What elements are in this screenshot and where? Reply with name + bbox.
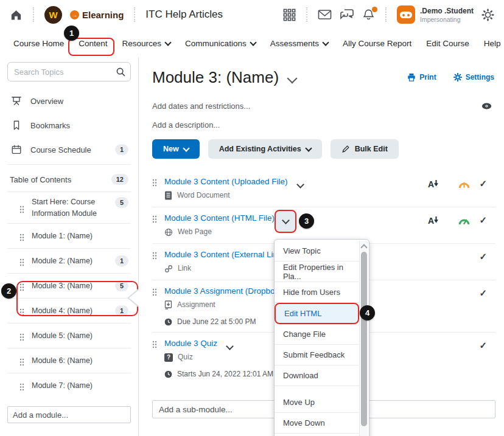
menu-move-down[interactable]: Move Down xyxy=(275,413,359,434)
nav-assessments[interactable]: Assessments xyxy=(270,39,328,48)
assignment-dropbox-icon xyxy=(164,300,172,310)
search-icon[interactable] xyxy=(116,67,125,77)
sidebar-module-2[interactable]: Module 2: (Name) 1 xyxy=(7,248,131,273)
content-item-uploaded-file: Module 3 Content (Uploaded File) Word Do… xyxy=(152,171,495,207)
drag-handle-icon[interactable] xyxy=(19,258,24,266)
divider xyxy=(7,164,131,165)
drag-handle-icon[interactable] xyxy=(19,358,24,366)
drag-handle-icon[interactable] xyxy=(152,215,157,223)
sidebar-table-of-contents[interactable]: Table of Contents 12 xyxy=(7,167,131,192)
menu-view-topic[interactable]: View Topic xyxy=(275,241,359,261)
user-menu[interactable]: .Demo .Student Impersonating xyxy=(397,5,474,24)
menu-change-file[interactable]: Change File xyxy=(275,324,359,345)
drag-handle-icon[interactable] xyxy=(152,179,157,187)
completion-check-icon: ✓ xyxy=(479,178,487,189)
email-icon[interactable] xyxy=(318,9,332,20)
drag-handle-icon[interactable] xyxy=(19,283,24,291)
bulk-edit-button[interactable]: Bulk Edit xyxy=(331,139,399,159)
item-type: Web Page xyxy=(178,227,212,237)
due-date: Due June 22 at 5:00 PM xyxy=(177,317,256,326)
nav-content[interactable]: Content xyxy=(79,39,107,48)
home-icon[interactable] xyxy=(10,9,23,21)
sidebar-item-course-schedule[interactable]: Course Schedule 1 xyxy=(7,137,131,162)
institution-logo[interactable]: W xyxy=(44,6,62,24)
menu-download[interactable]: Download xyxy=(275,365,359,386)
chat-icon[interactable] xyxy=(340,9,354,21)
nav-edit-course[interactable]: Edit Course xyxy=(426,39,469,48)
drag-handle-icon[interactable] xyxy=(152,341,157,348)
clock-icon xyxy=(164,318,172,326)
item-title-link[interactable]: Module 3 Quiz xyxy=(164,337,217,350)
divider xyxy=(306,7,307,22)
annotation-step-3: 3 xyxy=(299,213,314,229)
sidebar-module-start-here[interactable]: Start Here: Course Information Module 5 xyxy=(7,192,131,223)
search-topics xyxy=(7,62,131,81)
ally-alternative-formats-icon[interactable]: A xyxy=(428,216,438,226)
selected-module-pointer xyxy=(129,289,139,306)
sidebar-module-5[interactable]: Module 5: (Name) xyxy=(7,323,131,348)
add-description-link[interactable]: Add a description... xyxy=(152,120,495,130)
nav-help[interactable]: Help xyxy=(484,39,501,48)
drag-handle-icon[interactable] xyxy=(19,234,24,241)
item-title-link[interactable]: Module 3 Assignment (Dropbox) xyxy=(164,285,282,297)
drag-handle-icon[interactable] xyxy=(19,333,24,341)
sidebar-module-7[interactable]: Module 7: (Name) xyxy=(7,373,131,398)
chevron-down-icon xyxy=(164,39,171,46)
add-existing-activities-button[interactable]: Add Existing Activities xyxy=(208,139,322,159)
brand-label: Elearning xyxy=(82,10,124,20)
sidebar-item-bookmarks[interactable]: Bookmarks xyxy=(7,113,131,137)
settings-button[interactable]: Settings xyxy=(453,73,494,81)
menu-move-up[interactable]: Move Up xyxy=(275,392,359,413)
annotation-step-2: 2 xyxy=(1,283,16,299)
completion-check-icon: ✓ xyxy=(479,215,487,226)
notifications-bell-icon[interactable] xyxy=(362,9,375,21)
new-button[interactable]: New xyxy=(152,139,200,159)
sidebar-module-4[interactable]: Module 4: (Name) 1 xyxy=(7,298,131,323)
visibility-eye-icon[interactable] xyxy=(481,103,492,109)
menu-scrollbar[interactable] xyxy=(359,241,368,436)
chevron-down-icon xyxy=(322,39,329,46)
item-title-link[interactable]: Module 3 Content (External Link) xyxy=(164,249,284,261)
menu-edit-html[interactable]: Edit HTML xyxy=(275,303,359,324)
gear-icon[interactable] xyxy=(481,9,494,21)
brand-link[interactable]: → Elearning xyxy=(70,10,124,20)
item-actions-dropdown-button[interactable] xyxy=(275,210,296,233)
item-title-link[interactable]: Module 3 Content (Uploaded File) xyxy=(164,176,288,188)
scrollbar-thumb[interactable] xyxy=(361,252,367,426)
drag-handle-icon[interactable] xyxy=(19,308,24,316)
count-badge: 1 xyxy=(115,305,128,316)
menu-hide-from-users[interactable]: Hide from Users xyxy=(275,282,359,303)
scroll-up-icon[interactable] xyxy=(360,244,367,251)
nav-ally-course-report[interactable]: Ally Course Report xyxy=(343,39,411,48)
sidebar-item-overview[interactable]: Overview xyxy=(7,89,131,113)
user-status: Impersonating xyxy=(420,16,474,23)
drag-handle-icon[interactable] xyxy=(19,383,24,391)
sidebar-module-1[interactable]: Module 1: (Name) xyxy=(7,223,131,248)
waffle-grid-icon[interactable] xyxy=(283,9,296,21)
chevron-down-icon xyxy=(282,216,290,224)
item-title-link[interactable]: Module 3 Content (HTML File) xyxy=(164,212,275,224)
add-module-input[interactable] xyxy=(7,406,131,423)
add-dates-link[interactable]: Add dates and restrictions... xyxy=(152,102,250,111)
drag-handle-icon[interactable] xyxy=(19,206,24,213)
title-dropdown-chevron-icon[interactable] xyxy=(287,73,298,83)
ally-score-gauge-green-icon[interactable] xyxy=(458,217,470,224)
sidebar-module-3-selected[interactable]: Module 3: (Name) 5 xyxy=(7,273,131,298)
print-button[interactable]: Print xyxy=(407,73,436,81)
ally-score-gauge-orange-icon[interactable] xyxy=(458,181,470,188)
settings-gear-icon xyxy=(453,73,462,81)
drag-handle-icon[interactable] xyxy=(152,288,157,296)
menu-edit-properties[interactable]: Edit Properties in Pla... xyxy=(275,261,359,282)
nav-course-home[interactable]: Course Home xyxy=(13,39,64,48)
nav-resources[interactable]: Resources xyxy=(122,39,171,48)
item-actions-chevron-icon[interactable] xyxy=(296,181,304,189)
ally-alternative-formats-icon[interactable]: A xyxy=(428,179,438,189)
pencil-icon xyxy=(341,145,350,153)
drag-handle-icon[interactable] xyxy=(152,252,157,260)
item-actions-chevron-icon[interactable] xyxy=(226,342,234,350)
menu-submit-feedback[interactable]: Submit Feedback xyxy=(275,345,359,365)
count-badge: 5 xyxy=(115,197,128,208)
search-input[interactable] xyxy=(7,62,131,81)
sidebar-module-6[interactable]: Module 6: (Name) xyxy=(7,348,131,373)
nav-communications[interactable]: Communications xyxy=(185,39,256,48)
